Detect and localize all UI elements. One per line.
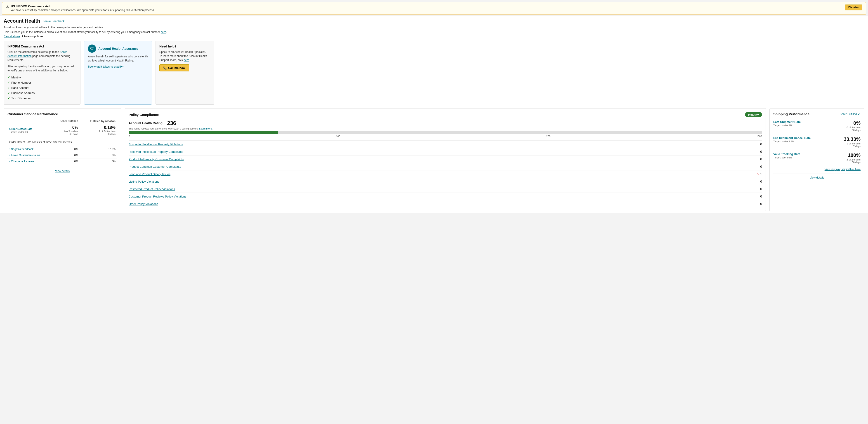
warning-icon: ⚠ bbox=[6, 5, 9, 9]
policy-row-condition: Product Condition Customer Complaints 0 bbox=[129, 163, 762, 170]
checklist-label-bank: Bank Account bbox=[11, 86, 29, 90]
csp-table: Seller Fulfilled Fulfilled by Amazon Ord… bbox=[7, 119, 117, 164]
prefulfillment-target: Target: under 2.5% bbox=[773, 140, 811, 143]
emergency-contact-link[interactable]: here bbox=[161, 31, 166, 34]
healthy-badge: Healthy bbox=[745, 112, 762, 117]
policy-link-listing[interactable]: Listing Policy Violations bbox=[129, 180, 159, 183]
policy-value-ip-violations: 0 bbox=[760, 142, 762, 146]
prefulfillment-name[interactable]: Pre-fulfillment Cancel Rate bbox=[773, 136, 811, 140]
policy-link-food-safety[interactable]: Food and Product Safety Issues bbox=[129, 173, 170, 176]
tracking-value: 100% bbox=[846, 152, 861, 158]
inform-card-para2: After completing Identity verification, … bbox=[7, 64, 76, 72]
sp-prefulfillment: Pre-fulfillment Cancel Rate Target: unde… bbox=[773, 134, 861, 150]
report-abuse: Report abuse of Amazon policies. bbox=[4, 35, 864, 38]
odr-amazon-value: 0.18% bbox=[82, 125, 116, 130]
seller-fulfilled-select[interactable]: Seller Fulfilled bbox=[839, 112, 861, 116]
policy-link-ip-violations[interactable]: Suspected Intellectual Property Violatio… bbox=[129, 143, 183, 146]
pc-panel: Policy Compliance Healthy Account Health… bbox=[125, 108, 766, 211]
help-here-link[interactable]: here bbox=[184, 59, 189, 62]
policy-value-condition: 0 bbox=[760, 165, 762, 169]
policy-row-other: Other Policy Violations 0 bbox=[129, 200, 762, 208]
policy-row-food-safety: Food and Product Safety Issues ⚠ 1 bbox=[129, 170, 762, 178]
help-card-title: Need help? bbox=[159, 44, 211, 48]
call-me-now-button[interactable]: 📞 Call me now bbox=[159, 64, 189, 71]
aha-qualify-link[interactable]: See what it takes to qualify › bbox=[88, 65, 124, 68]
aha-card-title: Account Health Assurance bbox=[98, 47, 138, 51]
odr-seller-detail1: 0 of 6 orders bbox=[53, 130, 78, 133]
prefulfillment-detail2: 7 days bbox=[844, 145, 861, 148]
policy-link-restricted[interactable]: Restricted Product Policy Violations bbox=[129, 187, 175, 191]
late-shipment-target: Target: under 4% bbox=[773, 124, 801, 127]
tracking-name[interactable]: Valid Tracking Rate bbox=[773, 152, 800, 156]
tracking-detail2: 30 days bbox=[846, 161, 861, 163]
warning-triangle-icon: ⚠ bbox=[756, 172, 759, 176]
learn-more-link[interactable]: Learn more. bbox=[199, 127, 213, 130]
aha-card: 🛡 Account Health Assurance A new benefit… bbox=[84, 41, 152, 104]
chargeback-row: • Chargeback claims 0% 0% bbox=[7, 158, 117, 164]
policy-link-reviews[interactable]: Customer Product Reviews Policy Violatio… bbox=[129, 195, 186, 198]
atz-name[interactable]: • A-to-z Guarantee claims bbox=[9, 154, 40, 157]
defect-desc: Order Defect Rate consists of three diff… bbox=[9, 138, 116, 145]
late-shipment-name[interactable]: Late Shipment Rate bbox=[773, 120, 801, 124]
chargeback-name[interactable]: • Chargeback claims bbox=[9, 160, 34, 163]
prefulfillment-detail1: 1 of 3 orders bbox=[844, 142, 861, 145]
progress-labels: 0 100 200 1000 bbox=[129, 135, 762, 138]
policy-link-condition[interactable]: Product Condition Customer Complaints bbox=[129, 165, 181, 169]
policy-value-reviews: 0 bbox=[760, 194, 762, 198]
policy-value-authenticity: 0 bbox=[760, 157, 762, 161]
odr-amazon-detail1: 1 of 549 orders bbox=[82, 130, 116, 133]
checklist-label-identity: Identity bbox=[11, 76, 21, 79]
csp-col-seller: Seller Fulfilled bbox=[52, 119, 80, 124]
checklist-label-tax: Tax ID Number bbox=[11, 96, 31, 100]
policy-link-authenticity[interactable]: Product Authenticity Customer Complaints bbox=[129, 157, 184, 161]
pc-title: Policy Compliance bbox=[129, 113, 159, 117]
csp-view-details-link[interactable]: View details bbox=[7, 167, 117, 173]
chargeback-amazon: 0% bbox=[80, 158, 117, 164]
sp-title: Shipping Performance bbox=[773, 112, 809, 116]
neg-feedback-amazon: 0.18% bbox=[80, 146, 117, 152]
ahr-score: 236 bbox=[167, 120, 176, 126]
inform-card: INFORM Consumers Act Click on the action… bbox=[4, 41, 81, 104]
policy-value-other: 0 bbox=[760, 202, 762, 206]
header-desc-1: To sell on Amazon, you must adhere to th… bbox=[4, 25, 864, 29]
ahr-progress-bar bbox=[129, 131, 762, 134]
tracking-detail1: 2 of 2 orders bbox=[846, 158, 861, 161]
aha-shield-icon: 🛡 bbox=[88, 44, 96, 53]
late-shipment-detail1: 0 of 3 orders bbox=[846, 126, 861, 129]
sp-view-details-link[interactable]: View details bbox=[773, 174, 861, 179]
policy-rows: Suspected Intellectual Property Violatio… bbox=[129, 140, 762, 208]
bottom-panels-row: Customer Service Performance Seller Fulf… bbox=[4, 108, 864, 211]
odr-target: Target: under 1% bbox=[9, 131, 50, 133]
chargeback-seller: 0% bbox=[52, 158, 80, 164]
odr-seller-value: 0% bbox=[53, 125, 78, 130]
seller-account-info-link[interactable]: Seller Account Information bbox=[7, 51, 67, 58]
ahr-section: Account Health Rating 236 This rating re… bbox=[129, 120, 762, 138]
call-btn-label: Call me now bbox=[168, 66, 185, 70]
policy-row-authenticity: Product Authenticity Customer Complaints… bbox=[129, 155, 762, 163]
neg-feedback-name[interactable]: • Negative feedback bbox=[9, 148, 33, 151]
banner-title: US INFORM Consumers Act bbox=[11, 4, 155, 8]
dismiss-button[interactable]: Dismiss bbox=[845, 4, 862, 10]
tracking-target: Target: over 95% bbox=[773, 156, 800, 159]
odr-seller-detail2: 60 days bbox=[53, 133, 78, 135]
negative-feedback-row: • Negative feedback 0% 0.18% bbox=[7, 146, 117, 152]
policy-row-listing: Listing Policy Violations 0 bbox=[129, 178, 762, 185]
policy-row-restricted: Restricted Product Policy Violations 0 bbox=[129, 185, 762, 192]
check-icon-phone: ✓ bbox=[7, 81, 10, 84]
odr-row: Order Defect Rate Target: under 1% 0% 0 … bbox=[7, 124, 117, 137]
policy-link-ip-complaints[interactable]: Received Intellectual Property Complaint… bbox=[129, 150, 183, 153]
odr-amazon-detail2: 60 days bbox=[82, 133, 116, 135]
checklist-label-address: Business Address bbox=[11, 91, 35, 95]
header-desc-2: Help us reach you in the instance a crit… bbox=[4, 30, 864, 34]
policy-link-other[interactable]: Other Policy Violations bbox=[129, 202, 158, 206]
ahr-desc: This rating reflects your adherence to A… bbox=[129, 127, 762, 130]
policy-row-ip-violations: Suspected Intellectual Property Violatio… bbox=[129, 140, 762, 148]
prefulfillment-value: 33.33% bbox=[844, 136, 861, 142]
view-eligibilities-link[interactable]: View shipping eligibilities here bbox=[773, 168, 861, 171]
report-abuse-link[interactable]: Report abuse bbox=[4, 35, 20, 38]
late-shipment-detail2: 30 days bbox=[846, 129, 861, 131]
neg-feedback-seller: 0% bbox=[52, 146, 80, 152]
atz-seller: 0% bbox=[52, 152, 80, 158]
odr-name[interactable]: Order Defect Rate bbox=[9, 127, 50, 131]
leave-feedback-link[interactable]: Leave Feedback bbox=[43, 20, 64, 23]
